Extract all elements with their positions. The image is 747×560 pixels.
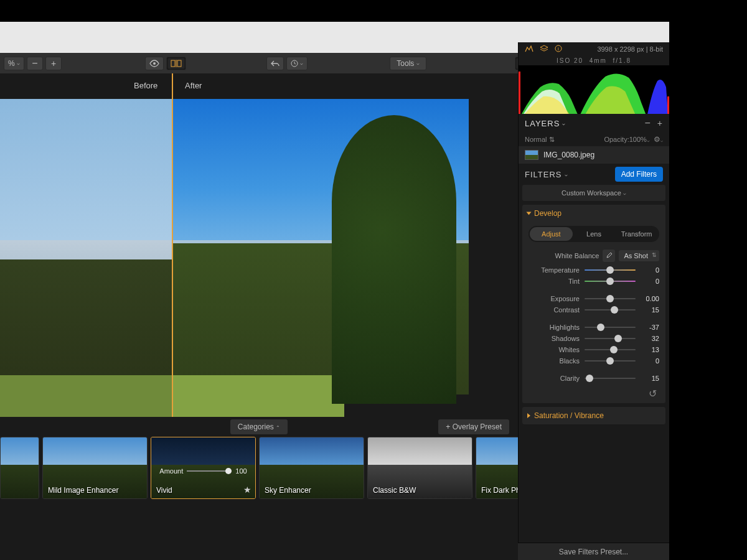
layers-icon[interactable]: [540, 45, 548, 54]
blend-mode-dropdown[interactable]: Normal ⇅: [525, 136, 555, 144]
disclosure-icon: [527, 413, 530, 418]
tint-slider[interactable]: [585, 281, 636, 282]
zoom-in-button[interactable]: +: [45, 57, 62, 70]
preset-thumb-vivid[interactable]: Amount 100 Vivid ★: [151, 437, 256, 499]
exposure-slider[interactable]: [585, 298, 636, 299]
preset-label: Classic B&W: [373, 486, 416, 495]
tab-adjust[interactable]: Adjust: [530, 227, 573, 241]
image-canvas[interactable]: Before After: [0, 73, 518, 417]
saturation-section: Saturation / Vibrance: [522, 407, 665, 424]
eyedropper-icon: [605, 252, 613, 259]
clock-icon: [291, 60, 298, 67]
white-balance-label: White Balance: [555, 252, 599, 259]
preset-label: Mild Image Enhancer: [48, 486, 118, 495]
info-icon[interactable]: i: [555, 45, 562, 54]
compare-button[interactable]: [166, 57, 186, 70]
tools-dropdown[interactable]: Tools ⌵: [390, 57, 426, 70]
clarity-slider[interactable]: [585, 378, 636, 379]
add-filters-button[interactable]: Add Filters: [615, 167, 663, 182]
histogram-icon[interactable]: [525, 45, 533, 54]
zoom-out-button[interactable]: −: [27, 57, 43, 70]
overlay-preset-button[interactable]: + Overlay Preset: [438, 419, 509, 434]
whites-slider[interactable]: [585, 349, 636, 350]
camera-info: ISO 20 4mm f/1.8: [519, 56, 669, 65]
compare-image: [0, 99, 469, 417]
bit-depth: 8-bit: [650, 45, 663, 53]
svg-text:i: i: [558, 46, 559, 52]
compare-icon: [171, 60, 182, 67]
gear-icon[interactable]: [654, 136, 660, 143]
develop-section: Develop Adjust Lens Transform White Bala…: [522, 205, 665, 403]
tab-transform[interactable]: Transform: [615, 227, 658, 241]
svg-rect-2: [177, 60, 181, 67]
preset-thumb-sky[interactable]: Sky Enhancer: [259, 437, 364, 499]
eye-icon: [149, 60, 159, 67]
histogram[interactable]: [519, 65, 669, 114]
develop-tabs: Adjust Lens Transform: [529, 226, 659, 242]
layer-opacity[interactable]: 100%: [629, 136, 647, 143]
contrast-slider[interactable]: [585, 309, 636, 310]
categories-dropdown[interactable]: Categories ⌃: [230, 419, 288, 434]
after-label: After: [185, 81, 202, 90]
blacks-slider[interactable]: [585, 360, 636, 362]
reset-button[interactable]: ↺: [649, 388, 657, 399]
save-preset-button[interactable]: Save Filters Preset...: [518, 543, 669, 560]
preset-thumb[interactable]: [0, 437, 39, 499]
before-label: Before: [134, 81, 157, 90]
preset-filmstrip: Mild Image Enhancer Amount 100 Vivid ★ S…: [0, 437, 518, 511]
image-dimensions: 3998 x 2298 px: [597, 45, 644, 53]
tab-lens[interactable]: Lens: [573, 227, 616, 241]
svg-rect-15: [667, 96, 669, 114]
svg-rect-14: [519, 72, 520, 114]
preset-thumb-fixdark[interactable]: Fix Dark Photo: [476, 437, 518, 499]
preset-label: Fix Dark Photo: [481, 486, 518, 495]
svg-point-0: [153, 62, 156, 65]
workspace-dropdown[interactable]: Custom Workspace ⌵: [522, 185, 665, 201]
preset-thumb-bw[interactable]: Classic B&W: [367, 437, 472, 499]
saturation-header[interactable]: Saturation / Vibrance: [522, 407, 665, 424]
svg-rect-1: [171, 60, 175, 67]
preset-label: Sky Enhancer: [265, 486, 311, 495]
layer-thumbnail: [525, 150, 538, 160]
layer-name: IMG_0080.jpeg: [543, 151, 594, 159]
history-dropdown[interactable]: ⌵: [286, 57, 308, 70]
develop-header[interactable]: Develop: [522, 205, 665, 222]
preset-thumb-mild[interactable]: Mild Image Enhancer: [42, 437, 148, 499]
layers-header[interactable]: LAYERS⌵ − +: [519, 114, 669, 133]
side-panel: i 3998 x 2298 px | 8-bit ISO 20 4mm f/1.…: [518, 42, 669, 560]
amount-label: Amount: [159, 467, 183, 475]
temperature-slider[interactable]: [585, 269, 636, 271]
tint-row: Tint 0: [522, 276, 665, 287]
amount-value: 100: [235, 467, 247, 475]
filters-header[interactable]: FILTERS⌵: [525, 170, 568, 179]
preset-label: Vivid: [156, 486, 172, 495]
undo-button[interactable]: [266, 57, 284, 70]
quick-preview-button[interactable]: [145, 57, 164, 70]
wb-mode-dropdown[interactable]: As Shot: [619, 250, 659, 261]
layer-item[interactable]: IMG_0080.jpeg: [519, 146, 669, 164]
highlights-slider[interactable]: [585, 327, 636, 328]
wb-picker-button[interactable]: [603, 250, 615, 262]
temperature-row: Temperature 0: [522, 264, 665, 276]
undo-icon: [271, 60, 280, 67]
preset-amount-slider[interactable]: Amount 100: [151, 467, 255, 475]
star-icon[interactable]: ★: [243, 485, 251, 495]
zoom-dropdown[interactable]: % ⌵: [4, 57, 24, 70]
disclosure-icon: [527, 212, 532, 215]
shadows-slider[interactable]: [585, 338, 636, 339]
compare-splitter[interactable]: [172, 73, 173, 417]
